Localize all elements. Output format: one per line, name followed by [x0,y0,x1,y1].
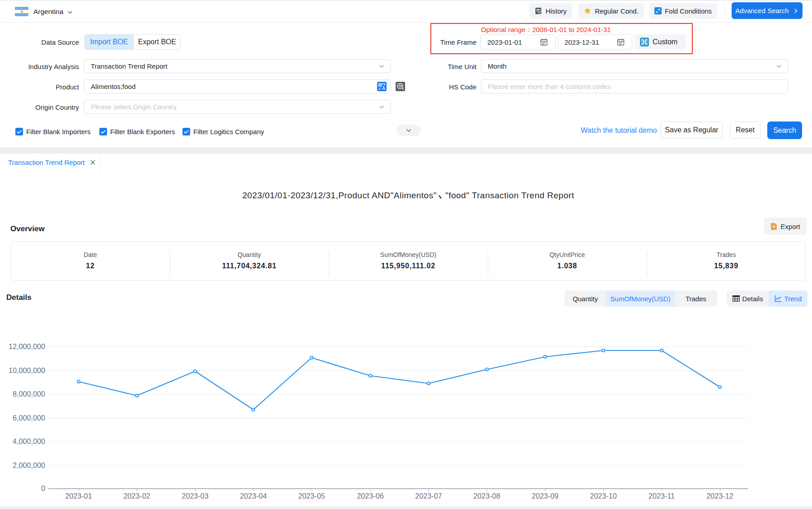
svg-text:0: 0 [41,484,45,492]
svg-text:A: A [382,85,385,91]
svg-text:2023-10: 2023-10 [590,492,616,500]
svg-text:2023-03: 2023-03 [182,492,208,500]
svg-text:4,000,000: 4,000,000 [13,437,45,445]
svg-text:10,000,000: 10,000,000 [9,366,45,374]
svg-text:2023-12: 2023-12 [706,492,733,500]
svg-text:2023-09: 2023-09 [532,492,558,500]
svg-text:2023-06: 2023-06 [357,492,383,500]
svg-text:6,000,000: 6,000,000 [13,414,45,422]
svg-text:2023-05: 2023-05 [298,492,325,500]
svg-text:12,000,000: 12,000,000 [9,342,45,350]
svg-text:2023-08: 2023-08 [473,492,500,500]
svg-text:8,000,000: 8,000,000 [13,390,45,398]
svg-text:2,000,000: 2,000,000 [13,461,45,469]
svg-text:2023-02: 2023-02 [123,492,150,500]
svg-text:2023-11: 2023-11 [649,492,675,500]
svg-text:2023-01: 2023-01 [65,492,92,500]
svg-text:2023-07: 2023-07 [415,492,442,500]
svg-text:2023-04: 2023-04 [240,492,266,500]
